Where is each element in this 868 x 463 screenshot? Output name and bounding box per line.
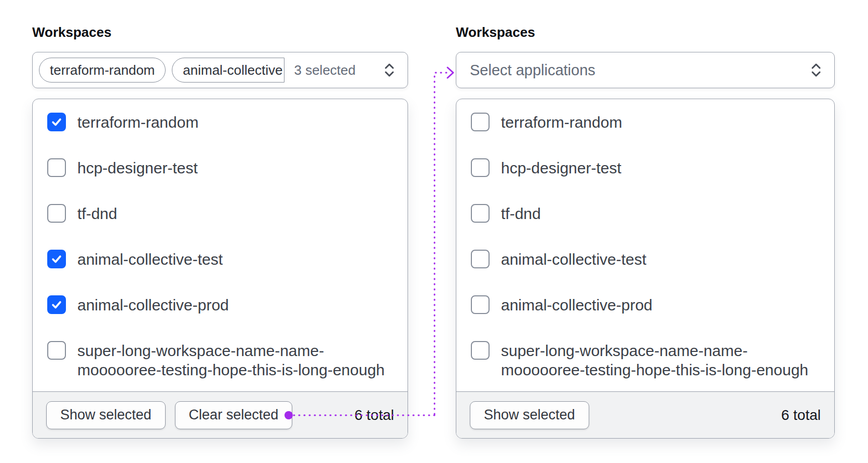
- checkbox[interactable]: [471, 204, 490, 223]
- option-row[interactable]: tf-dnd: [471, 204, 820, 223]
- field-label: Workspaces: [456, 24, 835, 40]
- option-row[interactable]: animal-collective-prod: [471, 295, 820, 315]
- checkbox[interactable]: [47, 158, 66, 177]
- workspaces-multiselect-left: Workspaces terraform-random animal-colle…: [32, 24, 408, 439]
- option-row[interactable]: tf-dnd: [47, 204, 393, 223]
- checkbox[interactable]: [471, 158, 490, 177]
- option-label-line: tf-dnd: [501, 204, 541, 223]
- total-count: 6 total: [355, 407, 394, 424]
- placeholder-text: Select applications: [470, 62, 595, 79]
- checkmark-icon: [50, 116, 63, 128]
- field-label: Workspaces: [32, 24, 408, 40]
- checkmark-icon: [50, 253, 63, 265]
- checkbox[interactable]: [47, 295, 66, 314]
- option-label: terraform-random: [501, 113, 622, 132]
- option-label-line: terraform-random: [501, 113, 622, 132]
- option-label-line: tf-dnd: [77, 204, 117, 223]
- chevron-up-down-icon: [809, 61, 823, 79]
- option-label: animal-collective-test: [77, 250, 223, 269]
- selected-tag-clipped: animal-collective: [172, 58, 284, 83]
- option-label: super-long-workspace-name-name-moooooree…: [77, 341, 385, 379]
- checkmark-icon: [50, 298, 63, 311]
- option-label-line: terraform-random: [77, 113, 198, 132]
- options-list: terraform-random hcp-designer-test tf-dn…: [33, 99, 408, 391]
- option-label: tf-dnd: [501, 204, 541, 223]
- option-label: super-long-workspace-name-name-moooooree…: [501, 341, 808, 379]
- listbox-footer: Show selected Clear selected 6 total: [33, 391, 408, 438]
- option-row[interactable]: super-long-workspace-name-name-moooooree…: [47, 341, 393, 379]
- option-row[interactable]: terraform-random: [47, 113, 393, 132]
- listbox-footer: Show selected 6 total: [456, 391, 834, 438]
- options-listbox: terraform-random hcp-designer-test tf-dn…: [456, 99, 835, 439]
- option-label: hcp-designer-test: [501, 158, 621, 178]
- option-label-line: animal-collective-prod: [501, 295, 653, 315]
- selected-tag: terraform-random: [39, 58, 166, 83]
- checkbox[interactable]: [47, 113, 66, 131]
- option-row[interactable]: hcp-designer-test: [47, 158, 393, 178]
- option-row[interactable]: animal-collective-prod: [47, 295, 393, 315]
- multiselect-trigger[interactable]: Select applications: [456, 52, 835, 88]
- option-label-line: animal-collective-test: [501, 250, 646, 269]
- checkbox[interactable]: [471, 341, 490, 360]
- option-row[interactable]: animal-collective-test: [471, 250, 820, 269]
- multiselect-trigger[interactable]: terraform-random animal-collective 3 sel…: [32, 52, 408, 88]
- options-listbox: terraform-random hcp-designer-test tf-dn…: [32, 99, 408, 439]
- option-label-line: super-long-workspace-name-name-: [501, 341, 808, 360]
- option-row[interactable]: terraform-random: [471, 113, 820, 132]
- option-label-line: super-long-workspace-name-name-: [77, 341, 385, 360]
- checkbox[interactable]: [471, 113, 490, 131]
- option-label: tf-dnd: [77, 204, 117, 223]
- arrowhead-icon: [447, 67, 453, 78]
- option-label-line: moooooree-testing-hope-this-is-long-enou…: [501, 360, 808, 379]
- show-selected-button[interactable]: Show selected: [470, 401, 589, 429]
- total-count: 6 total: [781, 407, 821, 424]
- checkbox[interactable]: [47, 250, 66, 268]
- option-label-line: moooooree-testing-hope-this-is-long-enou…: [77, 360, 385, 379]
- checkbox[interactable]: [47, 341, 66, 360]
- option-label: animal-collective-prod: [501, 295, 653, 315]
- show-selected-button[interactable]: Show selected: [46, 401, 166, 429]
- option-label-line: animal-collective-test: [77, 250, 223, 269]
- option-row[interactable]: animal-collective-test: [47, 250, 393, 269]
- option-label-line: hcp-designer-test: [501, 158, 621, 178]
- option-label: animal-collective-prod: [77, 295, 229, 315]
- options-list: terraform-random hcp-designer-test tf-dn…: [456, 99, 834, 391]
- option-row[interactable]: super-long-workspace-name-name-moooooree…: [471, 341, 820, 379]
- chevron-up-down-icon: [383, 61, 396, 79]
- checkbox[interactable]: [47, 204, 66, 223]
- option-row[interactable]: hcp-designer-test: [471, 158, 820, 178]
- option-label: hcp-designer-test: [77, 158, 198, 178]
- selected-count: 3 selected: [294, 62, 356, 78]
- option-label: terraform-random: [77, 113, 198, 132]
- checkbox[interactable]: [471, 295, 490, 314]
- option-label-line: hcp-designer-test: [77, 158, 198, 178]
- workspaces-multiselect-right: Workspaces Select applications terraform…: [456, 24, 835, 439]
- option-label: animal-collective-test: [501, 250, 646, 269]
- clear-selected-button[interactable]: Clear selected: [175, 401, 293, 429]
- checkbox[interactable]: [471, 250, 490, 268]
- option-label-line: animal-collective-prod: [77, 295, 229, 315]
